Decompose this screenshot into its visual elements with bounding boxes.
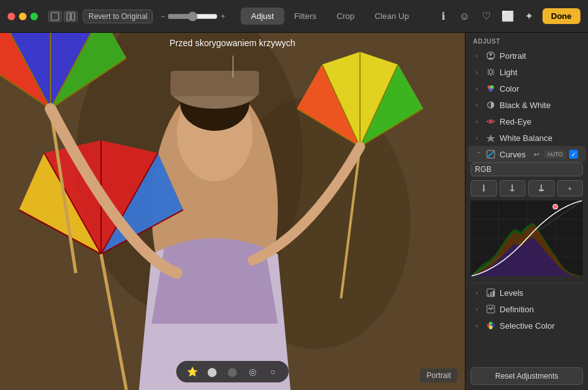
definition-icon xyxy=(486,304,496,314)
zoom-slider-container: − + xyxy=(160,11,225,21)
share-icon[interactable]: ⬜ xyxy=(500,8,516,25)
pen-white-tool[interactable] xyxy=(528,180,555,197)
chevron-definition-icon: › xyxy=(476,306,482,313)
pen-black-tool[interactable] xyxy=(471,180,497,197)
svg-rect-69 xyxy=(488,294,489,296)
tab-crop[interactable]: Crop xyxy=(327,8,364,25)
svg-rect-1 xyxy=(67,13,70,20)
svg-line-48 xyxy=(493,74,494,75)
view-toggle xyxy=(48,11,78,22)
main-content: Przed skorygowaniem krzywych ⭐ ⬤ ⬤ ◎ ○ P… xyxy=(0,33,588,390)
svg-rect-20 xyxy=(171,71,259,96)
chevron-redeye-icon: › xyxy=(476,118,482,125)
wb-icon xyxy=(486,133,496,143)
bw-icon xyxy=(486,100,496,110)
tab-cleanup[interactable]: Clean Up xyxy=(364,8,419,25)
adjust-row-wb[interactable]: › White Balance xyxy=(468,130,585,146)
tab-bar: Adjust Filters Crop Clean Up xyxy=(230,8,429,25)
levels-icon xyxy=(486,288,496,298)
chevron-selective-color-icon: › xyxy=(476,322,482,329)
svg-rect-2 xyxy=(71,13,75,20)
tab-adjust[interactable]: Adjust xyxy=(241,8,284,25)
circle-dark-icon[interactable]: ⬤ xyxy=(225,365,239,379)
curves-label-text: Curves xyxy=(500,150,530,159)
photo-area: Przed skorygowaniem krzywych ⭐ ⬤ ⬤ ◎ ○ P… xyxy=(0,33,465,390)
revert-button[interactable]: Revert to Original xyxy=(83,9,153,23)
target-icon[interactable]: ◎ xyxy=(246,365,260,379)
svg-point-42 xyxy=(489,70,493,74)
svg-line-50 xyxy=(488,74,489,75)
adjust-row-levels[interactable]: › Levels xyxy=(468,284,585,301)
light-icon xyxy=(486,67,496,77)
color-label-text: Color xyxy=(500,84,578,94)
adjust-row-color[interactable]: › Color xyxy=(468,80,585,97)
single-view-button[interactable] xyxy=(48,11,62,22)
wb-label-text: White Balance xyxy=(500,133,578,143)
redeye-icon xyxy=(486,116,496,126)
redeye-label-text: Red-Eye xyxy=(500,117,578,126)
levels-label-text: Levels xyxy=(500,288,578,298)
curves-graph xyxy=(471,200,583,276)
svg-point-53 xyxy=(489,88,493,92)
chevron-portrait-icon: › xyxy=(476,52,482,59)
close-button[interactable] xyxy=(8,13,15,20)
done-button[interactable]: Done xyxy=(543,8,581,24)
svg-line-49 xyxy=(493,70,494,71)
circle-gray-icon[interactable]: ⬤ xyxy=(205,365,219,379)
pen-gray-tool[interactable] xyxy=(500,180,526,197)
adjust-row-selective-color[interactable]: › Selective Color xyxy=(468,317,585,334)
light-label-text: Light xyxy=(500,68,578,77)
ring-icon[interactable]: ○ xyxy=(266,365,280,379)
info-icon[interactable]: ℹ xyxy=(435,8,452,25)
traffic-lights xyxy=(8,13,38,20)
portrait-icon xyxy=(486,51,496,61)
portrait-label[interactable]: Portrait xyxy=(420,369,457,382)
emoji-icon[interactable]: ☺ xyxy=(457,8,473,25)
star-icon[interactable]: ⭐ xyxy=(185,365,199,379)
portrait-label-text: Portrait xyxy=(500,51,578,61)
chevron-curves-icon: › xyxy=(476,151,483,157)
zoom-minus-icon: − xyxy=(160,12,165,21)
adjust-row-light[interactable]: › Light xyxy=(468,64,585,80)
heart-icon[interactable]: ♡ xyxy=(478,8,495,25)
add-point-tool[interactable]: + xyxy=(557,180,584,197)
chevron-bw-icon: › xyxy=(476,102,482,109)
svg-rect-70 xyxy=(490,292,492,296)
bottom-toolbar: ⭐ ⬤ ⬤ ◎ ○ xyxy=(176,361,289,382)
split-view-button[interactable] xyxy=(64,11,78,22)
maximize-button[interactable] xyxy=(30,13,38,20)
svg-rect-0 xyxy=(51,13,59,20)
definition-label-text: Definition xyxy=(500,305,578,314)
curves-expanded-panel: RGB Red Green Blue xyxy=(465,162,588,281)
right-toolbar-icons: ℹ ☺ ♡ ⬜ ✦ Done xyxy=(435,8,581,25)
chevron-light-icon: › xyxy=(476,69,482,76)
selective-color-icon xyxy=(486,320,496,331)
curves-icon xyxy=(486,149,496,159)
undo-icon[interactable]: ↩ xyxy=(534,150,539,159)
adjust-row-bw[interactable]: › Black & White xyxy=(468,97,585,113)
titlebar: Revert to Original − + Adjust Filters Cr… xyxy=(0,0,588,33)
curves-check-icon[interactable]: ✓ xyxy=(569,150,578,159)
minimize-button[interactable] xyxy=(19,13,27,20)
rgb-select[interactable]: RGB Red Green Blue xyxy=(471,162,583,176)
magic-icon[interactable]: ✦ xyxy=(521,8,537,25)
selective-color-label-text: Selective Color xyxy=(500,321,578,331)
adjust-row-portrait[interactable]: › Portrait xyxy=(468,47,585,64)
panel-section-header: ADJUST xyxy=(465,33,588,47)
svg-point-76 xyxy=(489,326,493,329)
svg-point-55 xyxy=(489,120,492,123)
photo-placeholder xyxy=(0,33,465,390)
adjust-row-curves[interactable]: › Curves ↩ AUTO ✓ xyxy=(468,146,585,162)
chevron-wb-icon: › xyxy=(476,135,482,142)
adjust-row-redeye[interactable]: › Red-Eye xyxy=(468,113,585,130)
right-panel: ADJUST › Portrait › xyxy=(465,33,588,390)
auto-badge[interactable]: AUTO xyxy=(544,150,565,158)
chevron-levels-icon: › xyxy=(476,289,482,296)
zoom-slider[interactable] xyxy=(167,11,218,21)
tab-filters[interactable]: Filters xyxy=(284,8,327,25)
adjust-row-definition[interactable]: › Definition xyxy=(468,301,585,317)
bw-label-text: Black & White xyxy=(500,101,578,110)
color-icon xyxy=(486,83,496,94)
divider-1 xyxy=(471,283,583,283)
reset-adjustments-button[interactable]: Reset Adjustments xyxy=(471,367,583,385)
